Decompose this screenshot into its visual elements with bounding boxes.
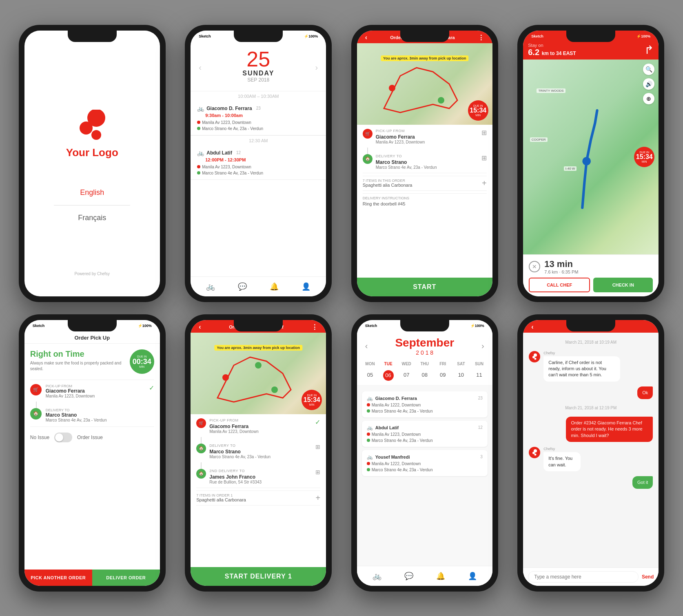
delivery2-name-6: James John Franco — [209, 474, 262, 480]
next-month[interactable]: › — [315, 63, 318, 72]
nav-alert-7[interactable]: 🔔 — [435, 570, 446, 582]
add-items-icon-6[interactable]: + — [316, 493, 321, 503]
delivery-icon: 🏠 — [363, 154, 373, 164]
day-06[interactable]: 06 — [383, 370, 394, 381]
screen-order-6: ‹ Order #33434: Abdul Latif ⋮ You are ap… — [191, 320, 326, 586]
status-sketch-4: Sketch — [531, 34, 543, 38]
items-row-6[interactable]: 7 ITEMS IN ORDER 1 Spaghetti alla Carbon… — [196, 490, 320, 506]
delivery2-label-6: 2ND DELIVERY TO — [209, 469, 262, 473]
back-btn-8[interactable]: ‹ — [531, 323, 533, 331]
start-delivery-button[interactable]: START DELIVERY 1 — [191, 567, 326, 586]
cal-next[interactable]: › — [481, 341, 484, 351]
chat-message-input[interactable] — [528, 571, 639, 583]
chat-msg-1-row: Chefsy Carline, if Chef order is not rea… — [529, 351, 653, 382]
chefsy-avatar-2 — [529, 447, 540, 458]
cal-prev[interactable]: ‹ — [365, 341, 368, 351]
chat-bubble-2: Order #2342 Giacomo Ferrara Chef order i… — [566, 417, 653, 442]
more-btn-6[interactable]: ⋮ — [311, 323, 318, 331]
delivery-addr-6: Marco Strano 4e Av, 23a - Verdun — [209, 455, 271, 459]
nav-message-7[interactable]: 💬 — [403, 570, 415, 582]
calendar-orders-list: 🚲 Giacomo D. Ferrara 23 Manila Av 1222, … — [357, 388, 492, 566]
day-10[interactable]: 10 — [452, 370, 470, 381]
chat-sender-1: Chefsy — [543, 351, 653, 355]
nav-message[interactable]: 💬 — [237, 281, 248, 292]
map-link-delivery[interactable]: ⊞ — [481, 154, 487, 162]
cal-order1-from: Manila Av 1222, Downtown — [367, 403, 483, 407]
back-btn-6[interactable]: ‹ — [199, 323, 201, 331]
nav-road: km to 34 EAST — [542, 51, 576, 56]
cal-order-2[interactable]: 🚲 Abdul Latif 12 Manila Av 1223, Downtow… — [362, 421, 488, 447]
check-in-button[interactable]: CHECK IN — [593, 278, 653, 292]
items-row[interactable]: 7 ITEMS IN THIS ORDER Spaghetti alia Car… — [363, 176, 487, 191]
screen-order-3: ‹ Order #4454: Giacomo Ferrara ⋮ You are… — [357, 31, 492, 296]
phone-4: Sketch ⚡100% Stay on 6.2 km to 34 EAST ↱… — [517, 25, 664, 302]
on-time-title: Right on Time — [30, 349, 130, 359]
chat-date-1: March 21, 2018 at 10:19 AM — [529, 340, 653, 344]
nav-profile-7[interactable]: 👤 — [467, 570, 478, 582]
add-items-icon[interactable]: + — [482, 179, 487, 188]
order-card-2[interactable]: 🚲 Abdul Latif 12 12:00PM - 12:30PM Manil… — [191, 146, 326, 180]
nav-profile[interactable]: 👤 — [300, 281, 312, 292]
chat-bubble-reply-2: It's fine. You can wait. — [543, 452, 581, 471]
day-05[interactable]: 05 — [361, 370, 379, 381]
lang-french[interactable]: Français — [78, 209, 106, 227]
connector-6-1 — [201, 437, 202, 444]
more-btn-3[interactable]: ⋮ — [478, 34, 484, 42]
map-volume-icon[interactable]: 🔊 — [643, 78, 654, 90]
phone-notch-2 — [234, 31, 283, 42]
instructions-section: DELIVERY INSTRUCTIONS Ring the doorbell … — [363, 196, 487, 206]
instructions-text: Ring the doorbell #45 — [363, 201, 487, 206]
day-11[interactable]: 11 — [470, 370, 488, 381]
issue-toggle[interactable] — [54, 433, 72, 442]
toggle-thumb — [55, 433, 63, 442]
pickup-screen-content: Order Pick Up Right on Time Always make … — [24, 330, 160, 586]
day-08[interactable]: 08 — [415, 370, 434, 381]
stay-label: Stay on — [528, 43, 576, 48]
sep-2 — [363, 193, 487, 194]
cal-order-3[interactable]: 🚲 Yousef Manfredi 3 Manila Av 1222, Down… — [362, 450, 488, 476]
day-07[interactable]: 07 — [397, 370, 416, 381]
svg-point-5 — [583, 157, 591, 166]
eta-time: 6:35 PM — [561, 269, 578, 274]
svg-point-2 — [91, 130, 101, 140]
screen-pickup-5: Sketch ⚡100% Order Pick Up Right on Time… — [24, 320, 160, 586]
map-link-6[interactable]: ⊞ — [315, 444, 320, 450]
pickup-due-time: 00:34 — [133, 358, 151, 365]
svg-point-11 — [534, 358, 537, 360]
due-time-3: 15:34 — [470, 107, 486, 114]
pick-another-order-button[interactable]: PICK ANOTHER ORDER — [24, 570, 92, 586]
phone-6: ‹ Order #33434: Abdul Latif ⋮ You are ap… — [185, 314, 332, 592]
day-09[interactable]: 09 — [434, 370, 452, 381]
eta-details: 7.6 km · 6:35 PM — [544, 269, 578, 274]
start-button[interactable]: START — [357, 278, 492, 296]
back-btn-3[interactable]: ‹ — [365, 34, 367, 41]
nav-delivery[interactable]: 🚲 — [205, 281, 216, 292]
order-card-1[interactable]: 🚲 Giacomo D. Ferrara 23 9:30am - 10:00am… — [191, 101, 326, 135]
nav-delivery-7[interactable]: 🚲 — [371, 570, 383, 582]
cal-order2-to: Marco Strano 4e Av, 23a - Verdun — [367, 438, 483, 443]
map-search-icon[interactable]: 🔍 — [643, 64, 654, 75]
lang-english[interactable]: English — [80, 183, 104, 202]
cal-order-1[interactable]: 🚲 Giacomo D. Ferrara 23 Manila Av 1222, … — [362, 391, 488, 417]
nav-alert[interactable]: 🔔 — [268, 281, 280, 292]
calendar-content: ‹ September 2 0 1 8 › MON TUE WED THU FR… — [357, 330, 492, 586]
chat-send-button[interactable]: Send — [642, 574, 654, 580]
close-panel-btn[interactable]: ✕ — [529, 261, 540, 272]
map-compass-icon[interactable]: ⊕ — [643, 93, 654, 104]
check-6: ✓ — [315, 418, 320, 426]
deliver-order-button[interactable]: DELIVER ORDER — [92, 570, 160, 586]
map-link-6-2[interactable]: ⊞ — [315, 469, 320, 475]
call-chef-button[interactable]: CALL CHEF — [529, 278, 590, 292]
pickup-due-badge: DUE IN 00:34 MIN — [130, 349, 154, 374]
delivery2-addr-6: Rue de Bullion, 54 Str #3343 — [209, 480, 262, 484]
map-link-pickup[interactable]: ⊞ — [481, 129, 487, 137]
nav-map-area: TRINTY WOODS COOPER I-40 W DUE IN 15:34 … — [523, 60, 659, 254]
prev-month[interactable]: ‹ — [199, 63, 202, 72]
order1-from-addr: Manila Av 1223, Downtown — [197, 120, 319, 125]
phone-5: Sketch ⚡100% Order Pick Up Right on Time… — [19, 314, 166, 592]
nav-top-bar: Stay on 6.2 km to 34 EAST ↱ — [523, 40, 659, 60]
turn-arrow: ↱ — [644, 43, 654, 57]
sep-6 — [196, 488, 320, 488]
nav-distance: 6.2 km to 34 EAST — [528, 48, 576, 57]
chat-bubble-3: Got it — [632, 476, 653, 489]
